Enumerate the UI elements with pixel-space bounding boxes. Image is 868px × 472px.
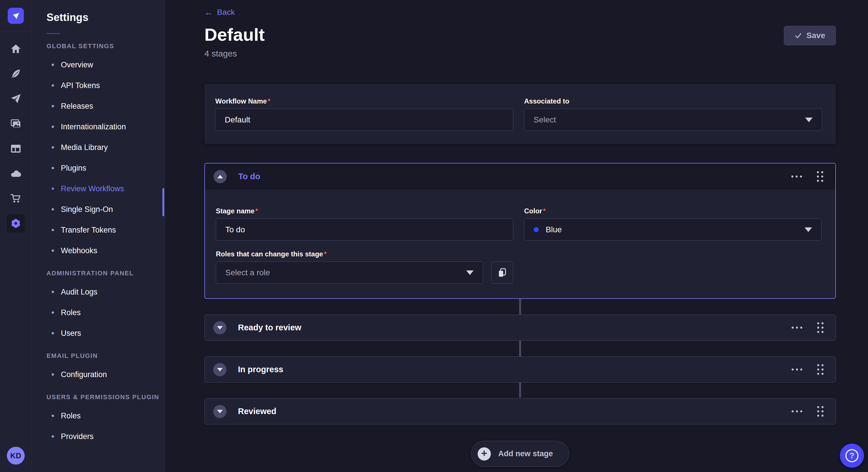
sidebar-item-label: Webhooks	[61, 246, 97, 255]
duplicate-roles-button[interactable]	[491, 262, 513, 283]
sidebar-item[interactable]: Releases	[46, 96, 165, 116]
sidebar-item[interactable]: Configuration	[46, 364, 165, 385]
stage-row: Ready to review	[205, 314, 836, 341]
select-value: Blue	[546, 225, 799, 234]
rail-nav	[0, 43, 31, 233]
more-options-icon[interactable]	[790, 325, 804, 330]
sidebar-item[interactable]: Users	[46, 323, 165, 343]
drag-handle-icon[interactable]	[815, 363, 825, 376]
drag-handle-icon[interactable]	[815, 404, 825, 418]
drag-handle-icon[interactable]	[815, 169, 825, 183]
expand-stage-button[interactable]	[213, 363, 226, 376]
stage-title: In progress	[238, 365, 790, 374]
sidebar-item-label: Plugins	[61, 164, 86, 173]
stage-color-select[interactable]: Blue	[524, 218, 822, 241]
bullet-icon	[52, 229, 54, 231]
sidebar-item[interactable]: Roles	[46, 302, 165, 323]
nav-list-email-plugin: Configuration	[46, 364, 165, 385]
stage-panel-todo: To do Stage name* Color*	[205, 163, 836, 299]
strapi-logo[interactable]	[8, 8, 24, 24]
bullet-icon	[52, 249, 54, 252]
title-block: Default 4 stages	[205, 26, 265, 59]
sidebar-item[interactable]: Plugins	[46, 158, 165, 178]
stages-section: To do Stage name* Color*	[205, 163, 836, 467]
stage-name-input[interactable]	[216, 218, 513, 241]
nav-list-users-permissions: Roles Providers	[46, 405, 165, 447]
collapsed-stage-list: Ready to review In progress	[205, 299, 836, 425]
sidebar-item[interactable]: Transfer Tokens	[46, 220, 165, 240]
sidebar-item-label: Audit Logs	[61, 288, 98, 297]
stage-roles-field: Roles that can change this stage* Select…	[216, 250, 513, 283]
select-value: Select a role	[225, 268, 460, 277]
gear-icon[interactable]	[10, 217, 22, 229]
bullet-icon	[52, 291, 54, 293]
associated-to-select[interactable]: Select	[524, 109, 822, 131]
avatar[interactable]: KD	[7, 447, 25, 465]
title-divider	[46, 33, 60, 34]
stage-color-field: Color* Blue	[524, 207, 822, 241]
add-new-stage-button[interactable]: Add new stage	[471, 441, 569, 467]
sidebar-item-label: Roles	[61, 308, 81, 317]
more-options-icon[interactable]	[790, 409, 804, 414]
stage-row: Reviewed	[205, 398, 836, 425]
bullet-icon	[52, 311, 54, 314]
sidebar-item-label: Releases	[61, 102, 93, 111]
expand-stage-button[interactable]	[213, 321, 226, 334]
more-options-icon[interactable]	[789, 174, 804, 179]
stage-color-label: Color*	[524, 207, 822, 215]
back-arrow-icon	[205, 8, 213, 16]
expand-stage-button[interactable]	[213, 405, 226, 418]
stage-actions	[790, 404, 825, 418]
sidebar-item[interactable]: Review Workflows	[46, 178, 165, 199]
stage-actions	[790, 321, 825, 335]
bullet-icon	[52, 146, 54, 148]
stage-roles-row: Select a role	[216, 262, 513, 283]
stage-actions	[790, 363, 825, 376]
subnav-scrollbar-thumb[interactable]	[162, 188, 164, 216]
bullet-icon	[52, 64, 54, 66]
drag-handle-icon[interactable]	[815, 321, 825, 335]
sidebar-item[interactable]: Audit Logs	[46, 281, 165, 302]
page-subtitle: 4 stages	[205, 49, 265, 59]
chevron-down-icon	[217, 410, 223, 413]
stage-roles-label: Roles that can change this stage*	[216, 250, 513, 258]
sidebar-item[interactable]: Single Sign-On	[46, 199, 165, 220]
stage-body: Stage name* Color* Blue R	[205, 190, 835, 298]
sidebar-item[interactable]: API Tokens	[46, 75, 165, 96]
layout-icon[interactable]	[10, 143, 22, 154]
sidebar-item[interactable]: Roles	[46, 405, 165, 426]
home-icon[interactable]	[10, 43, 22, 55]
title-row: Default 4 stages Save	[205, 26, 836, 59]
sidebar-item[interactable]: Providers	[46, 426, 165, 447]
workflow-name-input[interactable]	[215, 109, 513, 131]
add-stage-row: Add new stage	[205, 425, 836, 467]
page-title: Default	[205, 26, 265, 43]
paper-plane-icon[interactable]	[10, 93, 22, 104]
back-link[interactable]: Back	[205, 7, 235, 17]
bullet-icon	[52, 435, 54, 438]
feather-icon[interactable]	[10, 68, 22, 79]
add-stage-label: Add new stage	[498, 449, 553, 458]
bullet-icon	[52, 373, 54, 376]
stage-roles-select[interactable]: Select a role	[216, 262, 483, 283]
bullet-icon	[52, 415, 54, 417]
associated-to-label: Associated to	[524, 98, 822, 105]
stage-title: Reviewed	[238, 407, 790, 416]
cart-icon[interactable]	[10, 193, 22, 204]
more-options-icon[interactable]	[790, 367, 804, 372]
help-button[interactable]	[840, 444, 864, 468]
sidebar-item[interactable]: Media Library	[46, 137, 165, 158]
cloud-icon[interactable]	[10, 168, 22, 179]
sidebar-item[interactable]: Webhooks	[46, 240, 165, 261]
pictures-icon[interactable]	[10, 118, 22, 129]
sidebar-item-label: Configuration	[61, 370, 107, 379]
back-label: Back	[217, 8, 235, 17]
main-content: Back Default 4 stages Save Workflow Name…	[165, 0, 868, 472]
save-button[interactable]: Save	[784, 26, 836, 45]
section-administration-panel: ADMINISTRATION PANEL Audit Logs Roles Us…	[46, 270, 165, 343]
chevron-down-icon	[805, 117, 813, 122]
sidebar-item[interactable]: Internationalization	[46, 116, 165, 137]
collapse-stage-button[interactable]	[214, 170, 227, 183]
sidebar-item[interactable]: Overview	[46, 55, 165, 75]
workflow-form-panel: Workflow Name* Associated to Select	[205, 84, 836, 144]
